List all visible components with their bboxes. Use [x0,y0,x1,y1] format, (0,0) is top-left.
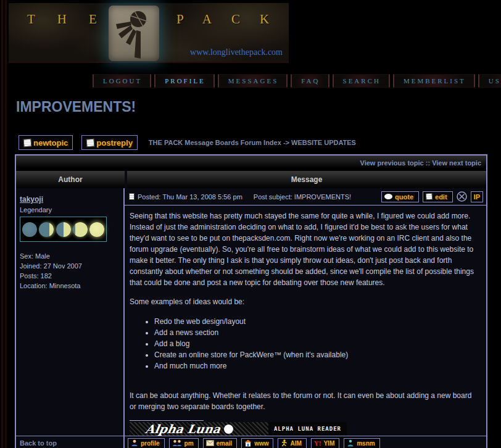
message-column-header: Message [127,171,486,188]
pm-button[interactable]: pm [169,438,199,448]
nav-memberlist[interactable]: MEMBERLIST [393,74,475,88]
breadcrumb: THE PACK Message Boards Forum Index -> W… [149,139,356,146]
yim-button[interactable]: Y! YIM [311,438,339,448]
contact-buttons: profile pm email www AIM Y! YIM [125,438,380,448]
idea-item: Add a blog [154,339,480,349]
www-home-icon [244,439,252,447]
ip-button[interactable]: IP [471,191,483,202]
moon-phase-crescent-icon [39,222,54,237]
yim-label: YIM [323,440,334,447]
new-topic-paper-icon [23,138,32,147]
email-button[interactable]: email [203,438,238,448]
breadcrumb-arrow: -> [283,139,291,146]
post-reply-button[interactable]: postreply [81,135,138,150]
topic-nav-row: View previous topic :: View next topic [16,156,486,171]
idea-item: Create an online store for PackWere™ (wh… [154,350,480,360]
posted-timestamp: Posted: Thu Mar 13, 2008 5:56 pm [138,193,242,201]
www-label: www [254,440,268,447]
email-envelope-icon [206,440,214,446]
author-location: Location: Minnesota [20,281,120,291]
main-navbar: LOGOUT PROFILE MESSAGES FAQ SEARCH MEMBE… [93,74,501,88]
msnm-button[interactable]: msnm [344,438,379,448]
quote-button[interactable]: quote [381,191,419,202]
author-column-header: Author [16,171,125,188]
new-topic-button[interactable]: newtopic [19,135,73,150]
post-row: takyoji Legendary Sex: Male Joined: 27 N… [16,188,486,436]
site-banner: THE PACK www.longlivethepack.com [9,3,289,63]
signature-divider [130,420,204,421]
alpha-luna-reader-text: ALPHA LUNA READER [268,422,347,436]
post-header: Posted: Thu Mar 13, 2008 5:56 pm Post su… [125,188,486,205]
post-page-icon[interactable] [129,193,135,200]
nav-search[interactable]: SEARCH [333,74,390,88]
pm-people-icon [172,439,182,447]
topic-table: View previous topic :: View next topic A… [15,154,487,448]
idea-item: And much much more [154,361,480,371]
idea-item: Redo the web design/layout [154,317,480,326]
avatar [20,217,107,242]
quote-label: quote [395,193,413,201]
nav-usergroups[interactable]: USERGROUPS [478,74,501,88]
banner-title-the: THE [27,12,119,27]
alpha-luna-script-text: Alpha Luna [144,423,221,434]
edit-button[interactable]: edit [423,191,453,202]
post-subject: Post subject: IMPROVEMENTS! [254,193,351,201]
message-cell: Posted: Thu Mar 13, 2008 5:56 pm Post su… [125,188,486,436]
post-reply-label: postreply [96,138,133,147]
page-title: IMPROVEMENTS! [16,99,136,115]
banner-url: www.longlivethepack.com [190,48,283,57]
moon-phase-full-icon [89,222,104,237]
profile-person-icon [131,439,138,447]
pm-label: pm [184,440,194,447]
view-previous-topic-link[interactable]: View previous topic [360,159,424,167]
banner-title-pack: PACK [176,12,289,27]
nav-messages[interactable]: MESSAGES [218,74,288,88]
author-joined: Joined: 27 Nov 2007 [20,261,120,271]
moon-phase-new-icon [22,222,37,237]
breadcrumb-forum-index-link[interactable]: THE PACK Message Boards Forum Index [149,139,281,146]
post-actions: quote edit IP [381,191,483,202]
table-header-row: Author Message [16,171,486,188]
new-topic-label: newtopic [33,138,68,147]
msnm-label: msnm [357,440,375,447]
quote-bubble-icon [384,194,392,199]
post-paragraph-2: It can be about anything. Whether it rel… [130,390,480,412]
idea-item: Add a news section [154,328,480,338]
edit-label: edit [435,193,447,201]
page-edge-texture [0,0,9,448]
examples-intro: Some examples of ideas would be: [130,296,480,307]
moon-phase-gibbous-icon [73,222,88,237]
idea-list: Redo the web design/layout Add a news se… [144,317,480,371]
back-to-top-link[interactable]: Back to top [20,439,57,447]
post-body: Seeing that this website has pretty much… [125,205,486,436]
signature-banner[interactable]: Alpha Luna ALPHA LUNA READER [130,422,347,436]
email-label: email [217,440,233,447]
nav-logout[interactable]: LOGOUT [93,74,151,88]
author-rank: Legendary [20,206,120,214]
www-button[interactable]: www [241,438,273,448]
post-reply-paper-icon [86,138,95,147]
yim-y-icon: Y! [314,439,321,447]
post-paragraph-1: Seeing that this website has pretty much… [130,210,480,288]
alpha-luna-moon-icon [224,425,233,434]
topic-nav-separator: :: [426,159,432,167]
pack-emblem-icon [109,6,159,61]
topic-toolbar: newtopic postreply THE PACK Message Boar… [19,135,356,150]
profile-button[interactable]: profile [128,438,165,448]
aim-button[interactable]: AIM [278,438,306,448]
profile-label: profile [141,440,160,447]
view-next-topic-link[interactable]: View next topic [432,159,481,167]
author-cell: takyoji Legendary Sex: Male Joined: 27 N… [16,188,125,436]
author-posts: Posts: 182 [20,271,120,281]
back-to-top-cell: Back to top [16,436,125,448]
delete-post-icon[interactable] [457,191,467,202]
author-details: Sex: Male Joined: 27 Nov 2007 Posts: 182… [20,251,120,291]
author-name-link[interactable]: takyoji [20,195,43,204]
aim-label: AIM [290,440,301,447]
nav-faq[interactable]: FAQ [291,74,329,88]
author-sex: Sex: Male [20,251,120,261]
edit-pencil-icon [426,193,433,201]
post-footer-row: Back to top profile pm email www AIM [16,436,486,448]
breadcrumb-current-link[interactable]: WEBSITE UPDATES [291,139,356,146]
nav-profile[interactable]: PROFILE [154,74,215,88]
